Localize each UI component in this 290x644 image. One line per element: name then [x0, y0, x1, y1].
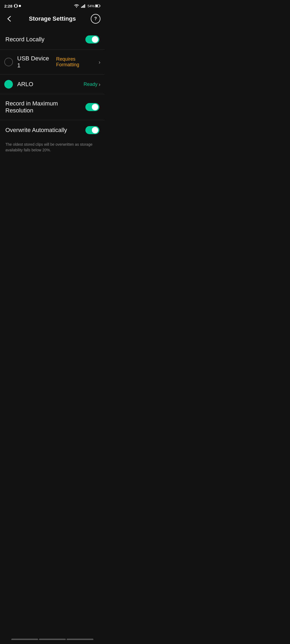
signal-icon	[81, 4, 86, 8]
max-resolution-toggle[interactable]	[85, 103, 99, 111]
arlo-device-row[interactable]: ARLO Ready ›	[0, 75, 105, 94]
max-resolution-label: Record in Maximum Resolution	[5, 100, 85, 114]
overwrite-auto-toggle[interactable]	[85, 126, 99, 134]
overwrite-auto-row[interactable]: Overwrite Automatically	[0, 120, 105, 140]
arlo-device-status: Ready	[84, 82, 97, 87]
page-title: Storage Settings	[14, 15, 91, 22]
battery-percent: 54%	[88, 4, 95, 8]
arlo-device-chevron-icon: ›	[99, 81, 100, 87]
record-locally-row[interactable]: Record Locally	[0, 30, 105, 49]
arlo-device-indicator	[4, 80, 13, 89]
time-display: 2:28	[4, 4, 12, 8]
max-resolution-toggle-knob	[92, 104, 98, 110]
usb-device-chevron-container: ›	[99, 59, 100, 65]
svg-rect-11	[96, 5, 98, 7]
status-bar: 2:28	[0, 0, 105, 11]
back-icon	[7, 16, 12, 22]
svg-rect-7	[83, 5, 84, 8]
svg-rect-5	[81, 7, 82, 8]
svg-rect-0	[15, 4, 17, 8]
settings-content: Record Locally USB Device 1 Requires For…	[0, 27, 105, 161]
help-icon: ?	[94, 16, 97, 21]
wifi-icon	[74, 4, 79, 8]
record-locally-label: Record Locally	[5, 36, 45, 43]
page-header: Storage Settings ?	[0, 11, 105, 27]
usb-device-info: USB Device 1 Requires Formatting	[17, 55, 99, 69]
usb-device-row[interactable]: USB Device 1 Requires Formatting ›	[0, 50, 105, 74]
status-time-area: 2:28	[4, 4, 21, 8]
svg-rect-2	[17, 5, 18, 7]
arlo-device-name: ARLO	[17, 81, 33, 88]
battery-display: 54%	[88, 4, 100, 8]
arlo-device-info: ARLO	[17, 81, 84, 88]
svg-point-3	[19, 5, 21, 7]
svg-rect-6	[82, 6, 83, 8]
overwrite-auto-label: Overwrite Automatically	[5, 127, 67, 134]
svg-rect-8	[84, 4, 85, 8]
arlo-device-right: Ready ›	[84, 81, 100, 87]
svg-rect-1	[14, 5, 15, 7]
svg-rect-10	[100, 5, 100, 7]
usb-device-chevron-icon: ›	[99, 59, 100, 65]
max-resolution-row[interactable]: Record in Maximum Resolution	[0, 94, 105, 120]
back-button[interactable]	[4, 14, 14, 24]
svg-point-4	[76, 7, 77, 8]
status-left-icons	[14, 4, 21, 8]
usb-device-name: USB Device 1	[17, 55, 53, 69]
overwrite-description: The oldest stored clips will be overwrit…	[0, 140, 105, 158]
vibrate-icon	[14, 4, 18, 8]
notification-dot-icon	[19, 5, 21, 7]
help-button[interactable]: ?	[91, 14, 100, 24]
overwrite-auto-toggle-knob	[92, 127, 98, 133]
record-locally-toggle[interactable]	[85, 35, 99, 43]
usb-device-status: Requires Formatting	[56, 56, 99, 68]
toggle-knob	[92, 36, 98, 43]
battery-icon	[95, 4, 100, 8]
usb-device-indicator	[4, 58, 13, 66]
status-right-area: 54%	[74, 4, 100, 8]
